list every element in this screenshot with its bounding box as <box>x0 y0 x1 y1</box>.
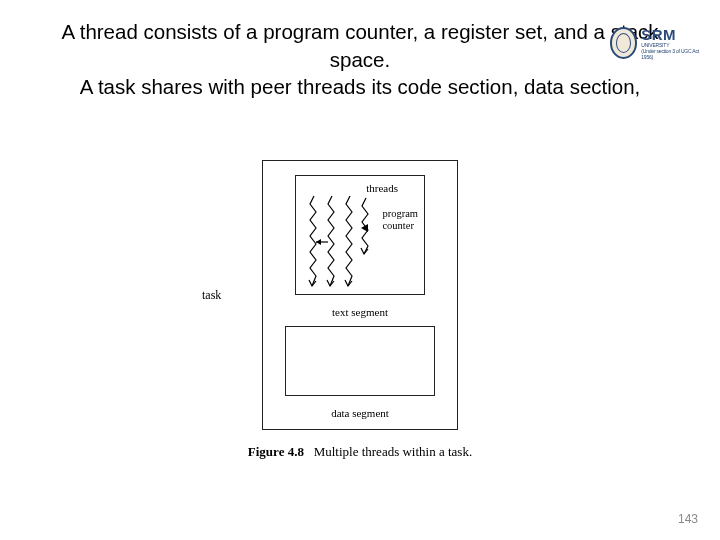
page-number: 143 <box>678 512 698 526</box>
program-counter-label: program counter <box>382 208 418 231</box>
body-line-1: A thread consists of a program counter, … <box>61 20 658 71</box>
data-segment-box <box>285 326 435 396</box>
svg-marker-1 <box>316 239 321 245</box>
threads-zigzag-icon <box>306 194 376 290</box>
caption-text: Multiple threads within a task. <box>314 444 473 459</box>
text-segment-box: threads program counter <box>295 175 425 295</box>
logo-main-text: SRM <box>641 27 700 42</box>
caption-figure-number: Figure 4.8 <box>248 444 304 459</box>
threads-label: threads <box>366 182 398 194</box>
task-wrap: task threads program counter <box>262 160 458 430</box>
task-box: threads program counter <box>262 160 458 430</box>
logo-text-block: SRM UNIVERSITY (Under section 3 of UGC A… <box>641 27 700 60</box>
body-line-2: A task shares with peer threads its code… <box>80 75 641 98</box>
logo-seal-icon <box>610 27 637 59</box>
srm-logo: SRM UNIVERSITY (Under section 3 of UGC A… <box>610 22 700 64</box>
data-segment-label: data segment <box>331 407 389 419</box>
text-segment-label: text segment <box>332 306 388 318</box>
logo-sub-text-2: (Under section 3 of UGC Act 1956) <box>641 48 700 60</box>
slide-body-text: A thread consists of a program counter, … <box>50 18 670 101</box>
figure-area: task threads program counter <box>0 160 720 460</box>
task-label: task <box>202 288 221 303</box>
figure-caption: Figure 4.8 Multiple threads within a tas… <box>248 444 472 460</box>
